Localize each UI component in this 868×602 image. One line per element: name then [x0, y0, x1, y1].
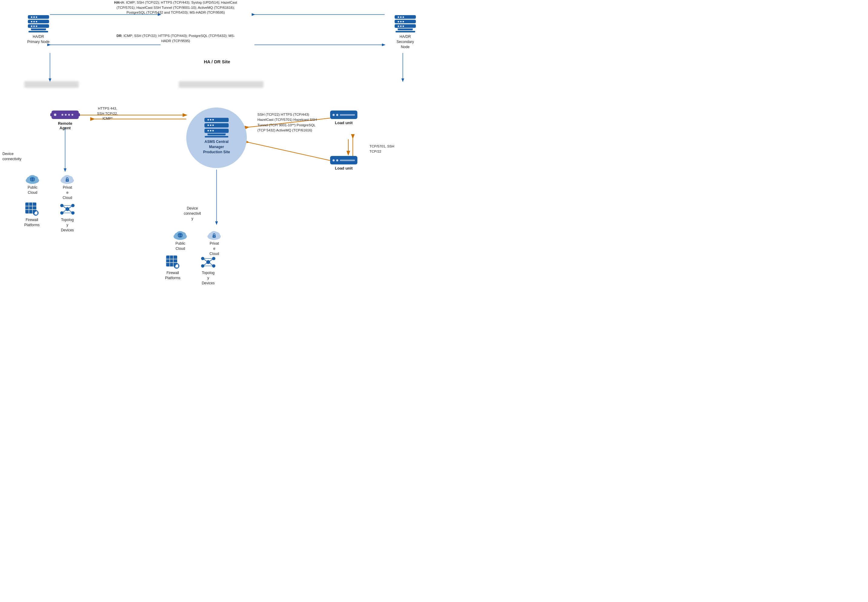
bottom-firewall-label: Firewall Platforms — [165, 270, 181, 281]
svg-line-44 — [68, 209, 73, 213]
load-units-side-annotation: TCP/5701, SSH TCP/22 — [369, 144, 400, 154]
left-topology: Topolog y Devices — [59, 201, 76, 233]
ha-secondary-label: HA/DR Secondary Node — [396, 34, 414, 49]
svg-line-42 — [68, 206, 73, 209]
ha-annotation-text: HA: ICMP; SSH (TCP/22); HTTPS (TCP/443);… — [117, 1, 237, 14]
main-diagram: HA/DR Primary Node HA/DR Secondary Node … — [0, 0, 434, 301]
remote-agent-label: Remote Agent — [58, 121, 72, 130]
svg-line-71 — [203, 259, 208, 262]
asms-center: ASMS Central Manager Production Site — [186, 108, 247, 168]
server-icon-secondary — [395, 15, 416, 32]
svg-point-59 — [214, 236, 215, 237]
bottom-private-cloud: Privat e Cloud — [206, 229, 223, 256]
device-connectivity-label-left: Device connectivity — [2, 151, 27, 162]
private-cloud-icon-bottom — [206, 229, 223, 240]
load-unit-1-label: Load unit — [335, 121, 353, 125]
bottom-firewall: Firewall Platforms — [165, 254, 181, 281]
ha-primary-label: HA/DR Primary Node — [27, 34, 49, 45]
asms-label: ASMS Central Manager Production Site — [203, 139, 230, 154]
server-icon-primary — [28, 15, 49, 32]
ha-annotation: HAHA: ICMP; SSH (TCP/22); HTTPS (TCP/443… — [112, 0, 239, 15]
remote-agent-area: Remote Agent — [51, 111, 79, 130]
svg-line-41 — [62, 206, 67, 209]
left-public-cloud-label: Public Cloud — [24, 185, 41, 195]
ha-dr-site-label: HA / DR Site — [204, 59, 230, 64]
ha-primary-node: HA/DR Primary Node — [27, 15, 49, 45]
ha-secondary-node: HA/DR Secondary Node — [395, 15, 416, 49]
left-private-cloud-label: Privat e Cloud — [59, 185, 76, 200]
left-firewall-label: Firewall Platforms — [24, 217, 40, 228]
dr-annotation: DR: ICMP; SSH (TCP/22); HTTPS (TCP/443);… — [115, 33, 236, 43]
remote-agent-annotation: HTTPS 443, SSH TCP/22, ICMP* — [94, 106, 121, 121]
dr-annotation-text: : ICMP; SSH (TCP/22); HTTPS (TCP/443); P… — [121, 34, 235, 43]
load-unit-2-icon — [330, 156, 357, 164]
left-firewall: Firewall Platforms — [24, 201, 40, 228]
load-unit-2-label: Load unit — [335, 166, 353, 170]
firewall-icon-bottom — [165, 254, 180, 270]
svg-line-72 — [208, 259, 214, 262]
load-unit-2: Load unit — [330, 156, 357, 170]
bottom-private-cloud-label: Privat e Cloud — [206, 241, 223, 256]
bottom-topology: Topolog y Devices — [200, 254, 217, 286]
redacted-left — [24, 81, 79, 88]
left-topology-label: Topolog y Devices — [59, 217, 76, 233]
svg-line-9 — [248, 142, 330, 160]
svg-point-29 — [67, 180, 68, 181]
bottom-public-cloud: Public Cloud — [172, 229, 189, 251]
load-unit-1-icon — [330, 111, 357, 119]
load-unit-1: Load unit — [330, 111, 357, 125]
left-private-cloud: Privat e Cloud — [59, 173, 76, 200]
redacted-center — [179, 81, 263, 88]
public-cloud-icon-left — [24, 173, 41, 184]
load-units-annotation: SSH (TCP/22) HTTPS (TCP/443) HazelCast (… — [257, 112, 321, 133]
svg-line-73 — [203, 262, 208, 266]
svg-line-74 — [208, 262, 214, 266]
device-connectivity-center: Device connectivit y — [179, 206, 206, 221]
topology-icon-left — [59, 201, 76, 217]
firewall-icon-left — [24, 201, 39, 217]
bottom-public-cloud-label: Public Cloud — [172, 241, 189, 251]
topology-icon-bottom — [200, 254, 217, 270]
private-cloud-icon-left — [59, 173, 76, 184]
public-cloud-icon-bottom — [172, 229, 189, 240]
bottom-topology-label: Topolog y Devices — [200, 270, 217, 286]
remote-agent-router — [51, 111, 79, 120]
left-public-cloud: Public Cloud — [24, 173, 41, 195]
asms-server-icon — [204, 118, 229, 137]
svg-line-43 — [62, 209, 67, 213]
